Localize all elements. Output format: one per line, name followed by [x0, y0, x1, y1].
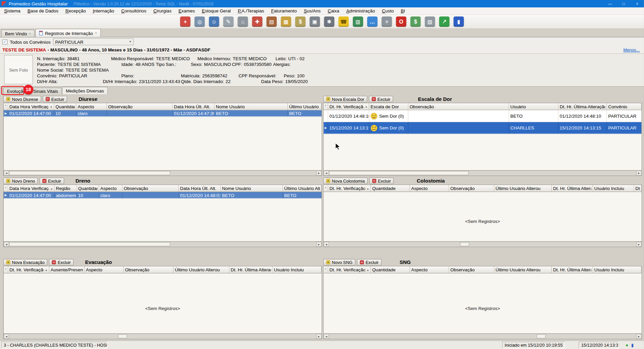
column-header[interactable]: Quantidade: [77, 185, 99, 192]
nfe-icon[interactable]: $: [410, 16, 421, 27]
column-header[interactable]: Aspecto: [410, 185, 449, 192]
scrollbar-thumb[interactable]: [9, 171, 170, 175]
excluir-colostomia-button[interactable]: −Excluir: [369, 178, 394, 184]
scroll-right-icon[interactable]: ►: [316, 170, 321, 176]
menu-pa-terapias[interactable]: P.A./Terapias: [235, 7, 267, 14]
close-button[interactable]: ×: [631, 0, 644, 7]
minimize-button[interactable]: —: [603, 0, 617, 7]
escala-horizontal-scrollbar[interactable]: ◄ ►: [324, 170, 641, 176]
maximize-button[interactable]: □: [617, 0, 630, 7]
column-chooser-icon[interactable]: *: [324, 185, 328, 192]
convenio-select[interactable]: PARTICULAR ▼: [53, 38, 134, 45]
column-header[interactable]: Observação: [107, 103, 173, 110]
nova-colostomia-button[interactable]: +Nova Colostomia: [323, 178, 368, 184]
column-header[interactable]: Dt. Hr. Verificação▲: [328, 185, 371, 192]
menu-estoque-geral[interactable]: Estoque Geral: [199, 7, 234, 14]
pesquisar-paciente-icon[interactable]: ◎: [194, 16, 205, 27]
column-header[interactable]: Último Usuário Alt: [288, 103, 321, 110]
documentos-icon[interactable]: ▧: [425, 16, 435, 27]
column-header[interactable]: Aspecto: [85, 266, 124, 273]
menu-sistema[interactable]: Sistema: [1, 7, 24, 14]
excluir-sng-button[interactable]: −Excluir: [357, 259, 382, 266]
column-header[interactable]: Observação: [408, 103, 509, 110]
sng-horizontal-scrollbar[interactable]: ◄ ►: [324, 334, 641, 339]
scroll-right-icon[interactable]: ►: [636, 170, 642, 176]
scroll-right-icon[interactable]: ►: [316, 242, 321, 247]
scroll-left-icon[interactable]: ◄: [4, 334, 9, 339]
column-header[interactable]: Dt. Hr. Última Alteração: [559, 103, 607, 110]
menu-base-de-dados[interactable]: Base de Dados: [25, 7, 61, 14]
column-header[interactable]: Ausente/Presente: [49, 266, 85, 273]
column-header[interactable]: Observação: [449, 185, 494, 192]
column-header[interactable]: Dt. Hr. Verificação▲: [8, 266, 49, 273]
relatorios-icon[interactable]: ≡: [382, 16, 392, 27]
nova-evacuacao-button[interactable]: +Nova Evacuação: [3, 259, 47, 266]
column-header[interactable]: Observação: [124, 266, 174, 273]
excluir-escala-button[interactable]: −Excluir: [369, 96, 393, 103]
mensagens-icon[interactable]: …: [367, 16, 378, 27]
column-chooser-icon[interactable]: *: [4, 103, 8, 110]
tab-medicoes-diversas[interactable]: Medições Diversas: [62, 87, 108, 94]
column-header[interactable]: Quantidade: [371, 185, 410, 192]
telefonia-icon[interactable]: ☎: [338, 16, 349, 27]
estoque-icon[interactable]: ▦: [281, 16, 291, 27]
column-header[interactable]: Escala de Dor: [369, 103, 408, 110]
scrollbar-thumb[interactable]: [329, 171, 469, 175]
scrollbar-thumb[interactable]: [460, 242, 469, 246]
scroll-left-icon[interactable]: ◄: [4, 170, 9, 176]
menu-consultorios[interactable]: Consultórios: [118, 7, 149, 14]
excluir-diurese-button[interactable]: −Excluir: [43, 96, 67, 103]
menu-caixa[interactable]: Caixa: [325, 7, 342, 14]
menu-administracao[interactable]: Administração: [343, 7, 378, 14]
column-chooser-icon[interactable]: *: [4, 185, 8, 192]
scroll-right-icon[interactable]: ►: [316, 334, 321, 339]
evacuacao-horizontal-scrollbar[interactable]: ◄ ►: [4, 334, 321, 339]
column-header[interactable]: Observação: [122, 185, 179, 192]
nova-escala-dor-button[interactable]: +Nova Escala Dor: [323, 96, 367, 103]
column-chooser-icon[interactable]: *: [324, 266, 328, 273]
column-header[interactable]: Aspecto: [99, 185, 123, 192]
producao-icon[interactable]: ✱: [324, 16, 335, 27]
column-header[interactable]: Dt. Hr. Última Alteração: [552, 266, 593, 273]
column-header[interactable]: Convênio: [607, 103, 642, 110]
table-row[interactable]: ▶ 01/12/2020 14:47:00 abdomem 10 claro 0…: [4, 192, 321, 199]
column-header[interactable]: Usuário Incluiu: [593, 266, 641, 273]
column-header[interactable]: Data Hora Últ. Alt.: [179, 185, 221, 192]
column-header[interactable]: Data Hora Verificação▲: [8, 103, 54, 110]
table-row[interactable]: 01/12/2020 14:48:10 Sem Dor (0) BETO 01/…: [324, 110, 641, 122]
column-header[interactable]: Data Hora Últ. Alt.: [173, 103, 215, 110]
column-header[interactable]: Usuário: [509, 103, 559, 110]
column-header[interactable]: Dt. Hr. Verificação▲: [328, 103, 369, 110]
excluir-dreno-button[interactable]: −Excluir: [39, 178, 64, 184]
column-header[interactable]: Dt. H: [634, 185, 642, 192]
column-header[interactable]: Último Usuário Alterou: [494, 185, 552, 192]
column-header[interactable]: Último Usuário Alterou: [494, 266, 552, 273]
scrollbar-thumb[interactable]: [537, 334, 546, 338]
tab-registros-de-internacao[interactable]: Registros de Internação ×: [36, 29, 101, 37]
column-chooser-icon[interactable]: *: [4, 266, 8, 273]
novo-sng-button[interactable]: +Novo SNG: [323, 259, 355, 266]
sair-icon[interactable]: O: [396, 16, 407, 27]
column-header[interactable]: Quantidade: [371, 266, 410, 273]
menu-recepcao[interactable]: Recepção: [63, 7, 89, 14]
paciente-icon[interactable]: ☺: [209, 16, 219, 27]
emergencia-icon[interactable]: +: [180, 16, 191, 27]
catalogo-icon[interactable]: ▥: [353, 16, 363, 27]
novo-diurese-button[interactable]: +Novo Diurese: [3, 96, 41, 103]
tab-close-icon[interactable]: ×: [95, 31, 97, 35]
menu-faturamento[interactable]: Faturamento: [268, 7, 300, 14]
column-header[interactable]: Último Usuário Alterou: [174, 266, 229, 273]
table-row[interactable]: ▶ 15/12/2020 14:13:15 Sem Dor (0) CHARLL…: [324, 122, 641, 134]
ambulancia-icon[interactable]: ✚: [252, 16, 263, 27]
cofre-icon[interactable]: ▣: [310, 16, 320, 27]
scrollbar-thumb[interactable]: [118, 334, 127, 338]
colostomia-horizontal-scrollbar[interactable]: ◄ ►: [324, 241, 641, 247]
excluir-evacuacao-button[interactable]: −Excluir: [49, 259, 74, 266]
menu-custo[interactable]: Custo: [379, 7, 396, 14]
novo-dreno-button[interactable]: +Novo Dreno: [3, 178, 38, 184]
bi-icon[interactable]: ▮: [454, 16, 464, 27]
table-row[interactable]: ▶ 01/12/2020 14:47:00 10 claro 01/12/202…: [4, 110, 321, 117]
scroll-left-icon[interactable]: ◄: [4, 242, 9, 247]
grafico-icon[interactable]: ↗: [439, 16, 450, 27]
scroll-left-icon[interactable]: ◄: [324, 334, 329, 339]
